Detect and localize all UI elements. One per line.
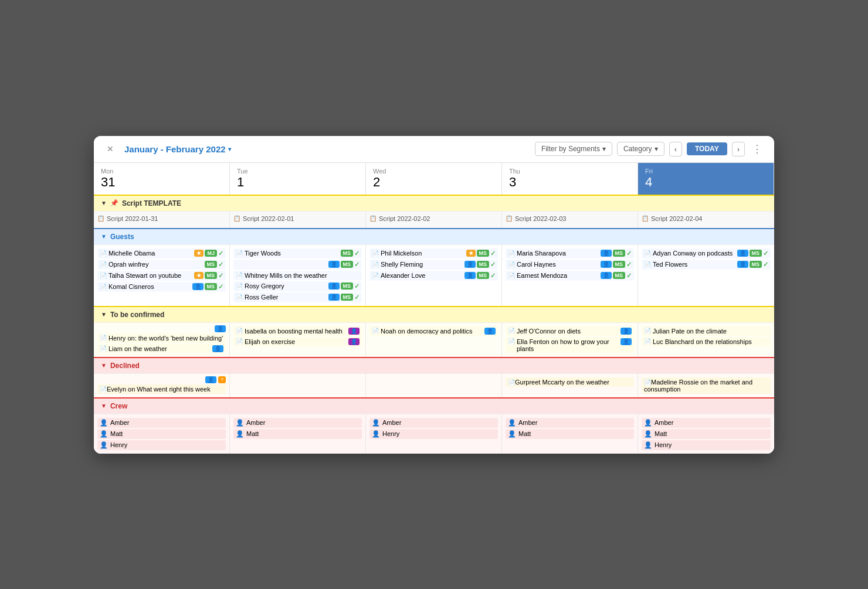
ms-badge: MS [750,261,762,268]
crew-toggle[interactable]: ▼ [101,403,107,409]
guest-item[interactable]: 📄Tiger Woods MS ✓ [233,248,362,258]
calendar-title[interactable]: January - February 2022 ▾ [124,144,231,154]
tbc-cell-tue: 📄Isabella on boosting mental health 👤 📄E… [230,323,366,357]
ms-badge: MS [477,261,490,268]
guest-item[interactable]: 📄Carol Haynes 👤 MS ✓ [506,260,634,270]
guest-item[interactable]: 📄Rosy Gregory 👤 MS ✓ [233,281,362,291]
tbc-purple-badge: 👤 [348,338,360,345]
guest-item[interactable]: 📄Komal Cisneros 👤 MS ✓ [97,282,226,292]
title-dropdown-arrow: ▾ [228,146,231,152]
guest-item[interactable]: 📄Earnest Mendoza 👤 MS ✓ [506,271,634,281]
script-item[interactable]: 📋 Script 2022-01-31 [97,214,226,223]
person-icon: 👤 [100,441,108,449]
doc-icon: 📄 [372,261,379,268]
declined-cell-fri: 📄Madeline Rossie on the market and consu… [638,374,774,397]
doc-icon: 📄 [100,250,107,257]
crew-item[interactable]: 👤 Henry [97,440,226,450]
tbc-cell-mon: 👤 📄Henry on: the world's 'best new build… [94,323,230,357]
check-badge: ✓ [763,261,768,268]
prev-button[interactable]: ‹ [669,142,682,156]
script-toggle[interactable]: ▼ [101,200,107,206]
calendar-title-text: January - February 2022 [124,144,226,154]
declined-item[interactable]: 📄Gurpreet Mccarty on the weather [506,377,634,387]
ms-badge: MS [477,250,490,257]
ms-badge: MS [205,283,218,290]
tbc-blue-badge: 👤 [484,328,496,335]
tbc-item[interactable]: 📄Ella Fenton on how to grow your plants … [506,337,634,353]
crew-item[interactable]: 👤 Matt [233,429,362,439]
guest-item[interactable]: 📄Phil Mickelson ★ MS ✓ [369,248,498,258]
check-badge: ✓ [218,272,223,280]
check-badge: ✓ [354,294,360,301]
doc-icon: 📄 [644,379,651,386]
crew-item[interactable]: 👤 Matt [642,429,771,439]
guest-item[interactable]: 👤 MS ✓ [233,260,362,270]
person-badge: 👤 [328,261,340,268]
person-icon: 👤 [100,419,108,427]
crew-item[interactable]: 👤 Henry [642,440,771,450]
declined-cell-mon: 👤 ? 📄Evelyn on What went right this week [94,374,230,397]
crew-item[interactable]: 👤 Amber [642,418,771,428]
doc-icon: 📄 [236,294,243,301]
calendar-body: Mon 31 Tue 1 Wed 2 Thu 3 Fri 4 [94,163,774,195]
tbc-item[interactable]: 📄Julian Pate on the climate [642,326,771,336]
declined-item[interactable]: 📄Evelyn on What went right this week [97,384,226,394]
guest-item[interactable]: 📄Michelle Obama ★ MJ ✓ [97,248,226,258]
person-icon: 👤 [372,430,380,438]
crew-item[interactable]: 👤 Amber [97,418,226,428]
tbc-item[interactable]: 📄Elijah on exercise 👤 [233,337,362,346]
crew-item[interactable]: 👤 Matt [506,429,634,439]
script-item[interactable]: 📋 Script 2022-02-02 [369,214,498,223]
crew-item[interactable]: 👤 Henry [369,429,498,439]
guest-item[interactable]: 📄Alexander Love 👤 MS ✓ [369,271,498,281]
script-item[interactable]: 📋 Script 2022-02-03 [506,214,634,223]
tbc-item[interactable]: 📄Isabella on boosting mental health 👤 [233,326,362,336]
check-badge: ✓ [626,272,632,280]
today-button[interactable]: TODAY [687,142,727,155]
guests-cell-fri: 📄Adyan Conway on podcasts 👤 MS ✓ 📄Ted Fl… [638,245,774,306]
declined-toggle[interactable]: ▼ [101,362,107,369]
guest-item[interactable]: 📄Adyan Conway on podcasts 👤 MS ✓ [642,248,771,258]
tbc-blue-badge: 👤 [621,328,632,335]
doc-icon: 📄 [508,338,515,345]
doc-icon: 📄 [508,328,515,334]
script-item[interactable]: 📋 Script 2022-02-01 [233,214,362,223]
ms-badge: MS [613,250,626,257]
close-button[interactable]: ✕ [103,143,117,155]
tbc-toggle[interactable]: ▼ [101,311,107,318]
crew-item[interactable]: 👤 Amber [369,418,498,428]
guest-item[interactable]: 📄Ted Flowers 👤 MS ✓ [642,260,771,270]
script-item[interactable]: 📋 Script 2022-02-04 [642,214,771,223]
crew-item[interactable]: 👤 Amber [233,418,362,428]
tbc-item[interactable]: 📄Noah on democracy and politics 👤 [369,326,498,336]
crew-item[interactable]: 👤 Matt [97,429,226,439]
next-button[interactable]: › [732,142,745,156]
ms-badge: MS [613,261,626,268]
guest-item[interactable]: 📄Talha Stewart on youtube ★ MS ✓ [97,271,226,281]
guest-item[interactable]: 📄Whitney Mills on the weather [233,271,362,280]
guests-cell-tue: 📄Tiger Woods MS ✓ 👤 MS ✓ 📄Whitney Mills … [230,245,366,306]
person-badge: 👤 [601,261,612,268]
filter-segments-button[interactable]: Filter by Segments ▾ [535,142,612,156]
ms-badge: MS [341,282,354,290]
tbc-item[interactable]: 📄Jeff O'Connor on diets 👤 [506,326,634,336]
more-options-button[interactable]: ⋮ [750,142,765,155]
ms-badge: MS [341,261,354,268]
guest-item[interactable]: 📄Ross Geller 👤 MS ✓ [233,292,362,302]
check-badge: ✓ [490,272,496,280]
tbc-item[interactable]: 📄Henry on: the world's 'best new buildin… [97,333,226,343]
ms-badge: MJ [205,250,217,257]
tbc-item[interactable]: 📄Liam on the weather 👤 [97,344,226,353]
doc-icon: 📄 [236,328,243,334]
declined-item[interactable]: 📄Madeline Rossie on the market and consu… [642,377,771,394]
doc-icon: 📄 [100,345,107,352]
tbc-item[interactable]: 📄Luc Blanchard on the relationships [642,337,771,346]
person-icon: 👤 [372,419,380,427]
category-button[interactable]: Category ▾ [617,142,664,156]
guest-item[interactable]: 📄Maria Sharapova 👤 MS ✓ [506,248,634,258]
guests-toggle[interactable]: ▼ [101,233,107,240]
doc-icon: 📄 [644,261,651,268]
crew-item[interactable]: 👤 Amber [506,418,634,428]
guest-item[interactable]: 📄Oprah winfrey MS ✓ [97,260,226,270]
guest-item[interactable]: 📄Shelly Fleming 👤 MS ✓ [369,260,498,270]
